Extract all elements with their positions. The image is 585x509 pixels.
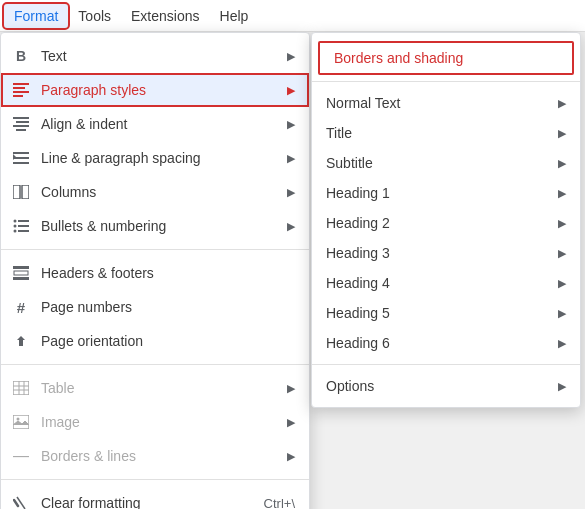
- svg-rect-5: [16, 121, 29, 123]
- svg-line-31: [14, 500, 18, 506]
- clear-formatting-icon: [11, 493, 31, 509]
- menu-item-page-orientation[interactable]: Page orientation: [1, 324, 309, 358]
- line-spacing-icon: [11, 148, 31, 168]
- menu-item-clear-formatting[interactable]: Clear formatting Ctrl+\: [1, 486, 309, 509]
- align-arrow: ▶: [287, 118, 295, 131]
- svg-rect-13: [22, 185, 29, 199]
- svg-rect-10: [13, 162, 29, 164]
- clear-formatting-left: Clear formatting: [11, 493, 141, 509]
- menu-item-headers-footers[interactable]: Headers & footers: [1, 256, 309, 290]
- svg-rect-7: [16, 129, 26, 131]
- menu-bar: Format Tools Extensions Help: [0, 0, 585, 32]
- svg-rect-17: [18, 225, 29, 227]
- normal-text-label: Normal Text: [326, 95, 400, 111]
- menu-item-table: Table ▶: [1, 371, 309, 405]
- bullets-arrow: ▶: [287, 220, 295, 233]
- svg-point-14: [14, 220, 17, 223]
- menubar-help[interactable]: Help: [210, 4, 259, 28]
- menubar-tools[interactable]: Tools: [68, 4, 121, 28]
- menu-item-bullets[interactable]: Bullets & numbering ▶: [1, 209, 309, 243]
- heading5-arrow: ▶: [558, 307, 566, 320]
- headers-footers-icon: [11, 263, 31, 283]
- normal-text-arrow: ▶: [558, 97, 566, 110]
- line-spacing-label: Line & paragraph spacing: [41, 150, 201, 166]
- submenu-heading1[interactable]: Heading 1 ▶: [312, 178, 580, 208]
- image-left: Image: [11, 412, 80, 432]
- menu-item-page-numbers[interactable]: # Page numbers: [1, 290, 309, 324]
- page-numbers-left: # Page numbers: [11, 297, 132, 317]
- heading4-arrow: ▶: [558, 277, 566, 290]
- paragraph-styles-arrow: ▶: [287, 84, 295, 97]
- headers-footers-left: Headers & footers: [11, 263, 154, 283]
- line-spacing-left: Line & paragraph spacing: [11, 148, 201, 168]
- submenu-subtitle[interactable]: Subtitle ▶: [312, 148, 580, 178]
- title-label: Title: [326, 125, 352, 141]
- svg-rect-0: [13, 83, 29, 85]
- format-dropdown: B Text ▶ Paragraph styles ▶ Align & inde…: [0, 32, 310, 509]
- text-icon: B: [11, 46, 31, 66]
- svg-rect-4: [13, 117, 29, 119]
- columns-icon: [11, 182, 31, 202]
- title-arrow: ▶: [558, 127, 566, 140]
- bullets-left: Bullets & numbering: [11, 216, 166, 236]
- paragraph-styles-left: Paragraph styles: [11, 80, 146, 100]
- heading6-label: Heading 6: [326, 335, 390, 351]
- menu-item-image: Image ▶: [1, 405, 309, 439]
- borders-shading-header[interactable]: Borders and shading: [318, 41, 574, 75]
- menu-item-text[interactable]: B Text ▶: [1, 39, 309, 73]
- menu-item-line-spacing[interactable]: Line & paragraph spacing ▶: [1, 141, 309, 175]
- columns-label: Columns: [41, 184, 96, 200]
- text-arrow: ▶: [287, 50, 295, 63]
- heading2-arrow: ▶: [558, 217, 566, 230]
- heading4-label: Heading 4: [326, 275, 390, 291]
- paragraph-styles-icon: [11, 80, 31, 100]
- svg-rect-8: [13, 152, 29, 154]
- image-icon: [11, 412, 31, 432]
- svg-point-18: [14, 230, 17, 233]
- borders-lines-arrow: ▶: [287, 450, 295, 463]
- line-spacing-arrow: ▶: [287, 152, 295, 165]
- submenu-heading2[interactable]: Heading 2 ▶: [312, 208, 580, 238]
- columns-left: Columns: [11, 182, 96, 202]
- columns-arrow: ▶: [287, 186, 295, 199]
- menu-item-columns[interactable]: Columns ▶: [1, 175, 309, 209]
- submenu-heading4[interactable]: Heading 4 ▶: [312, 268, 580, 298]
- borders-lines-label: Borders & lines: [41, 448, 136, 464]
- headers-footers-label: Headers & footers: [41, 265, 154, 281]
- options-label: Options: [326, 378, 374, 394]
- svg-marker-11: [13, 154, 16, 160]
- submenu-normal-text[interactable]: Normal Text ▶: [312, 88, 580, 118]
- subtitle-arrow: ▶: [558, 157, 566, 170]
- submenu-heading5[interactable]: Heading 5 ▶: [312, 298, 580, 328]
- heading1-arrow: ▶: [558, 187, 566, 200]
- clear-formatting-shortcut: Ctrl+\: [264, 496, 295, 510]
- submenu-heading6[interactable]: Heading 6 ▶: [312, 328, 580, 358]
- menubar-extensions[interactable]: Extensions: [121, 4, 209, 28]
- borders-shading-label: Borders and shading: [334, 50, 463, 66]
- table-icon: [11, 378, 31, 398]
- svg-rect-22: [13, 277, 29, 280]
- table-left: Table: [11, 378, 74, 398]
- format-menu-panel: B Text ▶ Paragraph styles ▶ Align & inde…: [0, 32, 310, 509]
- svg-point-29: [17, 418, 20, 421]
- page-numbers-label: Page numbers: [41, 299, 132, 315]
- submenu-divider-top: [312, 81, 580, 82]
- menubar-format[interactable]: Format: [4, 4, 68, 28]
- page-orientation-left: Page orientation: [11, 331, 143, 351]
- submenu-title[interactable]: Title ▶: [312, 118, 580, 148]
- align-indent-label: Align & indent: [41, 116, 127, 132]
- image-label: Image: [41, 414, 80, 430]
- menu-item-align-indent[interactable]: Align & indent ▶: [1, 107, 309, 141]
- table-label: Table: [41, 380, 74, 396]
- paragraph-styles-label: Paragraph styles: [41, 82, 146, 98]
- bullets-icon: [11, 216, 31, 236]
- svg-rect-23: [13, 381, 29, 395]
- heading2-label: Heading 2: [326, 215, 390, 231]
- bullets-label: Bullets & numbering: [41, 218, 166, 234]
- submenu-heading3[interactable]: Heading 3 ▶: [312, 238, 580, 268]
- align-indent-left: Align & indent: [11, 114, 127, 134]
- svg-rect-1: [13, 87, 25, 89]
- page-orientation-label: Page orientation: [41, 333, 143, 349]
- menu-item-paragraph-styles[interactable]: Paragraph styles ▶: [1, 73, 309, 107]
- submenu-options[interactable]: Options ▶: [312, 371, 580, 401]
